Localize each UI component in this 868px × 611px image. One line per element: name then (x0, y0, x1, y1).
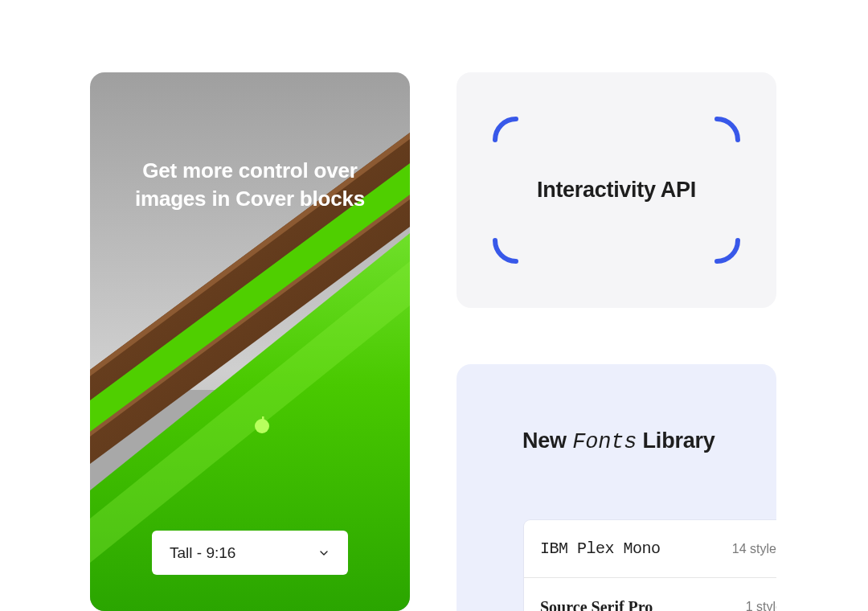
corner-bracket-icon (707, 231, 741, 264)
fonts-library-card: New Fonts Library IBM Plex Mono 14 style… (457, 364, 776, 611)
interactivity-card: Interactivity API (457, 72, 776, 308)
font-name: IBM Plex Mono (540, 539, 661, 558)
aspect-ratio-select[interactable]: Tall - 9:16 (152, 531, 348, 575)
cover-heading: Get more control over images in Cover bl… (109, 157, 391, 213)
aspect-ratio-value: Tall - 9:16 (170, 544, 235, 562)
font-row[interactable]: Source Serif Pro 1 style (524, 578, 776, 611)
font-name: Source Serif Pro (540, 598, 653, 612)
corner-bracket-icon (492, 231, 526, 264)
font-list: IBM Plex Mono 14 styles Source Serif Pro… (524, 520, 776, 611)
fonts-heading-prefix: New (522, 429, 572, 453)
font-style-count: 1 style (746, 600, 776, 611)
svg-rect-10 (262, 416, 264, 431)
fonts-heading-em: Fonts (572, 430, 637, 454)
corner-bracket-icon (707, 116, 741, 150)
interactivity-title: Interactivity API (537, 178, 696, 203)
font-row[interactable]: IBM Plex Mono 14 styles (524, 520, 776, 578)
chevron-down-icon (317, 547, 330, 560)
corner-bracket-icon (492, 116, 526, 150)
font-style-count: 14 styles (732, 542, 776, 556)
fonts-heading: New Fonts Library (457, 364, 776, 454)
cover-card: Get more control over images in Cover bl… (90, 72, 410, 611)
fonts-heading-suffix: Library (637, 429, 714, 453)
